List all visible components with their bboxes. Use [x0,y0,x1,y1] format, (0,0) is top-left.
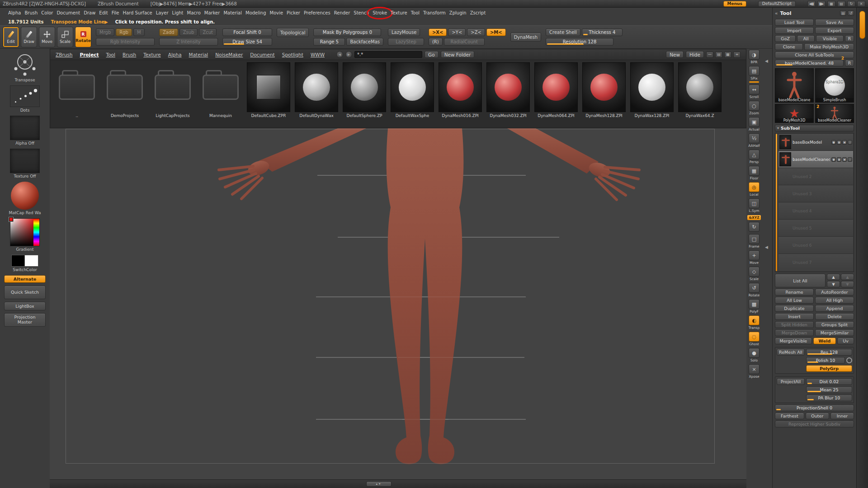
lightbox-button[interactable]: LightBox [4,302,46,310]
menu-item[interactable]: Alpha [8,10,21,15]
lightbox-item[interactable]: LightCapProjects [150,62,196,118]
canvas-horizontal-scrollbar[interactable]: ▴▾ [50,479,746,488]
dynamesh-button[interactable]: DynaMesh [510,33,541,42]
duplicate-button[interactable]: Duplicate [775,305,814,312]
lightbox-tab[interactable]: Brush [123,52,136,57]
autoreorder-button[interactable]: AutoReorder [815,289,854,296]
right-shelf-icon[interactable]: + [749,250,760,260]
goz-visible-button[interactable]: Visible [816,35,844,42]
menu-item[interactable]: Hard Surface [123,10,152,15]
quick-sketch-button[interactable]: Quick Sketch [4,286,46,299]
menu-item[interactable]: Marker [204,10,220,15]
menus-button[interactable]: Menus [723,1,746,7]
tool-thumbnail-simplebrush[interactable]: Sphere3D SimpleBrush [815,68,854,103]
groups-split-button[interactable]: Groups Split [815,321,854,328]
subtool-scrollbar[interactable] [776,134,777,271]
lightbox-item[interactable]: DynaMesh064.ZPI [533,62,579,118]
minimize-lightbox-icon[interactable]: — [706,52,713,58]
scrollbar-handle[interactable]: ▴▾ [366,481,392,487]
right-shelf-item[interactable]: ½ AAHalf [748,133,760,148]
draw-size-slider[interactable]: Draw Size 54 [222,38,272,46]
go-button[interactable]: Go [425,51,439,58]
tool-r-button[interactable]: R [845,60,854,66]
palette-scrollbar[interactable] [856,8,868,488]
right-shelf-item[interactable]: ↔ Scroll [749,84,760,99]
res-slider[interactable]: Res 128 [806,349,852,356]
menu-item[interactable]: Zplugin [449,10,467,15]
lightbox-tab[interactable]: ZBrush [56,52,73,57]
merge-visible-button[interactable]: MergeVisible [775,338,812,344]
edit-mode-button[interactable]: Edit [3,27,19,47]
lightbox-tab[interactable]: WWW [311,52,325,57]
range-slider[interactable]: Range 5 [313,38,345,46]
right-shelf-icon[interactable]: ↔ [749,84,760,94]
reproject-higher-subdiv-button[interactable]: Reproject Higher Subdiv [775,421,854,427]
export-button[interactable]: Export [815,27,854,34]
backface-mask-button[interactable]: BackfaceMas [346,38,383,46]
lazystep-slider[interactable]: LazyStep [388,38,424,46]
color-picker[interactable]: Gradient [10,218,40,252]
zcut-button[interactable]: Zcut [199,28,217,36]
menu-item[interactable]: File [112,10,119,15]
right-shelf-icon[interactable]: ▤ [749,66,760,76]
color-picker-square[interactable] [10,218,40,246]
filter-input[interactable] [354,51,422,58]
one-row-view-icon[interactable]: ▤ [715,52,722,58]
lightbox-tab[interactable]: Alpha [168,52,182,57]
right-shelf-item[interactable]: ○ Zoom [749,101,760,115]
projection-shell-slider[interactable]: ProjectionShell 0 [775,404,854,411]
secondary-color-swatch[interactable] [25,255,38,267]
mask-icon[interactable] [848,140,852,145]
uv-icon[interactable] [842,157,847,162]
move-down-button[interactable] [827,281,840,287]
zadd-button[interactable]: Zadd [159,28,178,36]
right-shelf-icon[interactable]: ◌ [749,332,760,342]
right-shelf-icon[interactable]: ◐ [749,315,760,325]
visibility-eye-icon[interactable] [831,157,836,162]
menu-item[interactable]: Render [334,10,350,15]
outer-button[interactable]: Outer [806,413,829,419]
all-low-button[interactable]: All Low [775,297,814,304]
rgb-intensity-slider[interactable]: Rgb Intensity [96,38,155,46]
right-shelf-item[interactable]: ◌ Ghost [749,332,760,346]
palette-scrollbar-handle[interactable] [859,11,865,39]
menu-item[interactable]: Movie [270,10,283,15]
right-shelf-item[interactable]: ● Solo [749,348,760,362]
transpose-tool[interactable]: Transpose [10,51,40,82]
sym-y-button[interactable]: >Y< [448,28,466,36]
right-shelf-icon[interactable]: ● [749,348,760,358]
weld-button[interactable]: Weld [813,338,836,344]
polypaint-icon[interactable] [837,157,841,162]
delete-button[interactable]: Delete [815,313,854,320]
sym-z-button[interactable]: >Z< [467,28,485,36]
lightbox-item[interactable]: Mannequin [198,62,244,118]
menu-item[interactable]: Edit [99,10,108,15]
back-arrow-icon[interactable]: ◀ [336,51,343,58]
tool-thumbnail-basemodelcleaner[interactable]: 2 baseModelCleaner [815,104,854,123]
rgb-button[interactable]: Rgb [116,28,132,36]
dist-slider[interactable]: Dist 0.02 [806,378,852,385]
goz-button[interactable]: GoZ [775,35,796,42]
make-polymesh3d-button[interactable]: Make PolyMesh3D [804,43,854,50]
move-top-button[interactable] [841,274,854,280]
right-shelf-icon[interactable]: ◎ [749,182,760,192]
lightbox-item[interactable]: DemoProjects [102,62,148,118]
tray-divider-arrow-icon[interactable]: ◀ [765,59,768,63]
session-refresh-icon[interactable]: ↻ [847,1,855,7]
menu-item[interactable]: Picker [287,10,300,15]
subtool-row[interactable]: Unused 3 [778,185,853,202]
visibility-eye-icon[interactable] [831,140,836,145]
mask-icon[interactable] [848,157,852,162]
subtool-row[interactable]: Unused 6 [778,237,853,254]
all-high-button[interactable]: All High [815,297,854,304]
menu-item[interactable]: Material [223,10,242,15]
scale-mode-button[interactable]: Scale [57,27,73,47]
mean-slider[interactable]: Mean 25 [806,386,852,393]
right-shelf-item[interactable]: &XYZ [747,215,760,220]
tool-thumbnail-polymesh3d[interactable]: ★ PolyMesh3D [775,104,814,123]
right-shelf-icon[interactable]: □ [749,234,760,244]
lightbox-item[interactable]: DynaWax64.Z [677,62,723,118]
z-intensity-slider[interactable]: Z Intensity [159,38,218,46]
draw-mode-button[interactable]: Draw [21,27,37,47]
right-shelf-item[interactable]: ◇ Scale [749,267,760,281]
